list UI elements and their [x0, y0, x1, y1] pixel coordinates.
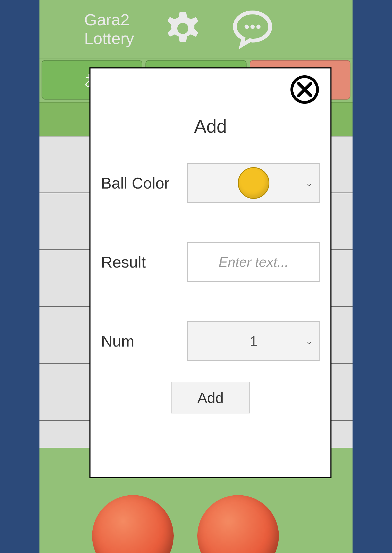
- chat-icon: [232, 7, 274, 50]
- chat-button[interactable]: [232, 7, 274, 51]
- ball-color-select[interactable]: [187, 163, 320, 203]
- num-select[interactable]: 1: [187, 321, 320, 361]
- add-button-row: Add: [101, 382, 320, 413]
- app-frame: Gara2 Lottery お: [39, 0, 353, 553]
- app-title-line2: Lottery: [84, 29, 134, 47]
- chevron-down-icon: [306, 333, 312, 349]
- num-label: Num: [101, 332, 183, 350]
- result-label: Result: [101, 253, 183, 271]
- app-header: Gara2 Lottery: [39, 0, 353, 58]
- dialog-title: Add: [101, 116, 320, 137]
- lottery-ball: [197, 495, 279, 553]
- result-input[interactable]: Enter text...: [187, 242, 320, 282]
- chevron-down-icon: [306, 175, 312, 191]
- app-title-line1: Gara2: [84, 11, 129, 29]
- num-row: Num 1: [101, 321, 320, 361]
- svg-point-4: [256, 25, 260, 29]
- svg-point-1: [177, 23, 188, 34]
- svg-point-3: [250, 25, 255, 29]
- ball-color-swatch: [238, 167, 269, 199]
- close-button[interactable]: [289, 74, 320, 105]
- add-dialog: Add Ball Color Result Enter text... Num …: [89, 67, 331, 478]
- settings-button[interactable]: [163, 9, 203, 49]
- add-button-label: Add: [197, 389, 224, 406]
- gear-icon: [163, 9, 203, 48]
- result-row: Result Enter text...: [101, 242, 320, 282]
- ball-color-row: Ball Color: [101, 163, 320, 203]
- result-placeholder: Enter text...: [219, 254, 289, 270]
- ball-color-label: Ball Color: [101, 174, 183, 192]
- svg-point-2: [244, 25, 249, 29]
- app-title: Gara2 Lottery: [84, 10, 134, 48]
- close-icon: [289, 74, 320, 105]
- lottery-ball: [92, 495, 174, 553]
- add-button[interactable]: Add: [171, 382, 250, 413]
- num-value: 1: [250, 333, 258, 349]
